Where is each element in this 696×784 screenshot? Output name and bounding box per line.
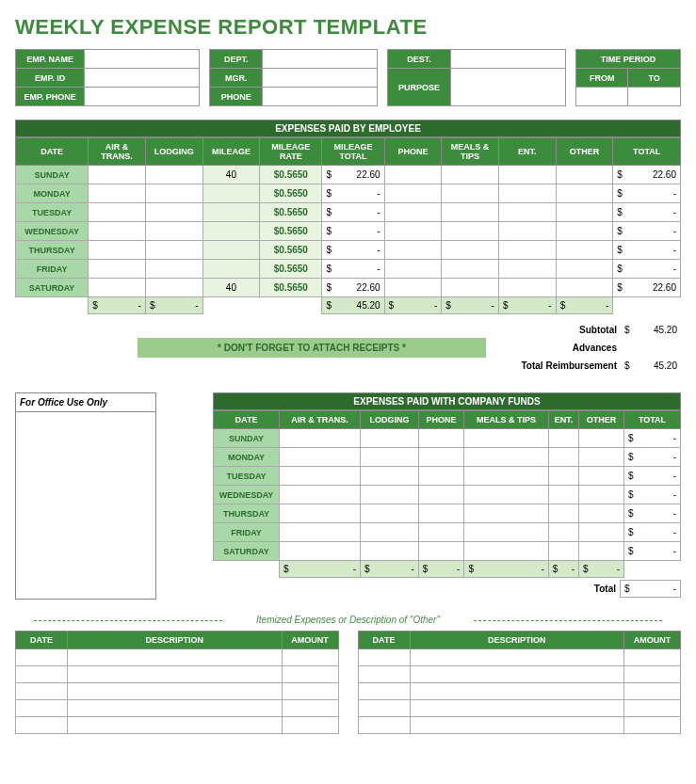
air-cell[interactable] [89,279,146,297]
ent-cell[interactable] [548,542,578,561]
ent-cell[interactable] [548,486,578,504]
air-cell[interactable] [280,448,361,467]
other-cell[interactable] [579,523,624,542]
meals-cell[interactable] [442,279,499,297]
ent-cell[interactable] [498,260,556,279]
meals-cell[interactable] [464,542,548,561]
meals-cell[interactable] [442,241,499,260]
other-cell[interactable] [579,542,624,561]
other-cell[interactable] [556,260,613,279]
other-cell[interactable] [579,429,624,448]
emp-id-value[interactable] [85,69,200,88]
ent-cell[interactable] [548,504,578,523]
meals-cell[interactable] [442,260,499,279]
phone-value[interactable] [262,88,377,106]
mgr-value[interactable] [262,69,377,88]
phone-cell[interactable] [384,241,442,260]
purpose-value[interactable] [450,69,565,106]
phone-cell[interactable] [384,222,442,241]
air-cell[interactable] [280,486,361,504]
air-cell[interactable] [280,467,361,486]
phone-cell[interactable] [384,166,442,184]
meals-cell[interactable] [442,166,499,184]
meals-cell[interactable] [464,486,548,504]
ent-cell[interactable] [498,241,556,260]
meals-cell[interactable] [464,467,548,486]
phone-cell[interactable] [418,429,464,448]
phone-cell[interactable] [418,523,464,542]
meals-cell[interactable] [442,203,499,222]
lodging-cell[interactable] [145,241,202,260]
air-cell[interactable] [89,184,146,203]
air-cell[interactable] [89,241,146,260]
ent-cell[interactable] [498,279,556,297]
mileage-cell[interactable]: 40 [202,279,260,297]
air-cell[interactable] [89,203,146,222]
phone-cell[interactable] [384,184,442,203]
ent-cell[interactable] [498,222,556,241]
mileage-cell[interactable]: 40 [202,166,260,184]
ent-cell[interactable] [498,166,556,184]
lodging-cell[interactable] [145,166,202,184]
advances-value[interactable] [621,338,681,358]
mileage-cell[interactable] [202,241,260,260]
ent-cell[interactable] [498,184,556,203]
lodging-cell[interactable] [361,467,419,486]
lodging-cell[interactable] [361,429,419,448]
other-cell[interactable] [579,448,624,467]
mileage-cell[interactable] [202,260,260,279]
lodging-cell[interactable] [145,279,202,297]
dest-value[interactable] [450,50,565,69]
meals-cell[interactable] [464,504,548,523]
lodging-cell[interactable] [145,222,202,241]
phone-cell[interactable] [418,486,464,504]
phone-cell[interactable] [384,203,442,222]
lodging-cell[interactable] [145,203,202,222]
meals-cell[interactable] [464,523,548,542]
ent-cell[interactable] [548,448,578,467]
lodging-cell[interactable] [361,542,419,561]
air-cell[interactable] [89,166,146,184]
phone-cell[interactable] [418,448,464,467]
meals-cell[interactable] [442,222,499,241]
emp-phone-value[interactable] [85,88,200,106]
to-value[interactable] [628,88,681,106]
meals-cell[interactable] [464,448,548,467]
other-cell[interactable] [579,467,624,486]
other-cell[interactable] [556,222,613,241]
ent-cell[interactable] [548,429,578,448]
other-cell[interactable] [556,203,613,222]
air-cell[interactable] [280,523,361,542]
air-cell[interactable] [280,542,361,561]
other-cell[interactable] [579,504,624,523]
air-cell[interactable] [280,429,361,448]
dept-value[interactable] [262,50,377,69]
other-cell[interactable] [556,241,613,260]
meals-cell[interactable] [442,184,499,203]
mileage-cell[interactable] [202,222,260,241]
lodging-cell[interactable] [145,184,202,203]
phone-cell[interactable] [384,279,442,297]
emp-name-value[interactable] [85,50,200,69]
other-cell[interactable] [579,486,624,504]
lodging-cell[interactable] [361,448,419,467]
air-cell[interactable] [280,504,361,523]
ent-cell[interactable] [548,523,578,542]
other-cell[interactable] [556,279,613,297]
phone-cell[interactable] [418,467,464,486]
lodging-cell[interactable] [361,486,419,504]
mileage-cell[interactable] [202,203,260,222]
phone-cell[interactable] [384,260,442,279]
lodging-cell[interactable] [361,523,419,542]
lodging-cell[interactable] [361,504,419,523]
from-value[interactable] [575,88,628,106]
air-cell[interactable] [89,260,146,279]
ent-cell[interactable] [498,203,556,222]
lodging-cell[interactable] [145,260,202,279]
ent-cell[interactable] [548,467,578,486]
other-cell[interactable] [556,166,613,184]
air-cell[interactable] [89,222,146,241]
mileage-cell[interactable] [202,184,260,203]
phone-cell[interactable] [418,542,464,561]
phone-cell[interactable] [418,504,464,523]
